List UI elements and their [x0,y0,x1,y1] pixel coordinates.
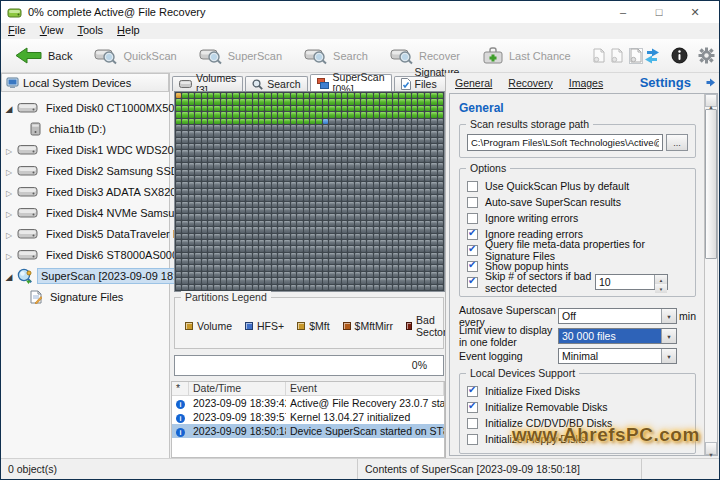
settings-nav-general[interactable]: General [455,77,492,89]
settings-nav-recovery[interactable]: Recovery [508,77,552,89]
scan-grid-cell [336,265,341,270]
info-icon[interactable] [671,47,688,64]
tree-collapsed-arrow-icon[interactable] [3,165,15,177]
tab-volumes[interactable]: Volumes [3] [172,76,243,91]
close-results-button[interactable] [629,48,643,64]
scrollbar-thumb[interactable] [705,109,717,259]
tree-collapsed-arrow-icon[interactable] [3,144,15,156]
scan-grid-cell [323,221,328,226]
tree-item[interactable]: Signature Files [1,286,169,307]
checkbox[interactable] [467,418,478,429]
checkbox[interactable] [467,386,478,397]
tree-item[interactable]: Fixed Disk0 CT1000MX500SSD1 [1,97,169,118]
close-button[interactable]: ✕ [677,6,713,19]
last-chance-button[interactable]: Last Chance [474,43,579,68]
tree-collapsed-arrow-icon[interactable] [3,228,15,240]
tree-collapsed-arrow-icon[interactable] [3,249,15,261]
checkbox[interactable] [467,229,478,240]
scroll-down-icon[interactable] [705,442,717,455]
menu-item-file[interactable]: File [1,23,33,39]
tree-item[interactable]: chia1tb (D:) [1,118,169,139]
search-button[interactable]: Search [296,43,376,68]
tab-search[interactable]: Search [245,76,307,91]
open-results-button[interactable] [593,48,607,64]
scan-grid-cell [240,99,245,104]
legend-label: HFS+ [257,320,284,332]
menu-item-tools[interactable]: Tools [70,23,110,39]
maximize-button[interactable]: □ [641,6,677,18]
spinner-up-icon[interactable] [655,275,667,284]
spinner [654,275,667,289]
dropdown[interactable]: Off [558,308,677,324]
log-row[interactable]: i2023-09-09 18:39:57Kernel 13.04.27 init… [172,410,444,424]
settings-nav-images[interactable]: Images [569,77,603,89]
scan-grid-cell [214,253,219,258]
scan-grid-cell [412,246,417,251]
scroll-up-icon[interactable] [705,94,717,107]
tree-item[interactable]: Fixed Disk6 ST8000AS0002-1NA17Z [1,244,169,265]
back-button[interactable]: Back [7,43,80,68]
tree-collapsed-arrow-icon[interactable] [3,186,15,198]
tree-item[interactable]: Fixed Disk2 Samsung SSD 860 EVO 1TB [1,160,169,181]
transfer-arrows-icon[interactable] [643,48,661,64]
tree-item[interactable]: Fixed Disk4 NVMe Samsung SSD 970 [1,202,169,223]
scan-grid-cell [278,112,283,117]
scan-grid-cell [348,182,353,187]
log-column-header[interactable]: Date/Time [189,382,286,395]
dropdown[interactable]: Minimal [558,348,677,364]
scan-grid-cell [329,202,334,207]
tree-item[interactable]: Fixed Disk3 ADATA SX8200PNP [1,181,169,202]
scan-path-browse-button[interactable]: ... [666,134,688,151]
tree-item[interactable]: SuperScan [2023-09-09 18:50:18] [1,265,169,286]
scan-grid-cell [348,227,353,232]
checkbox[interactable] [467,181,478,192]
scan-grid-cell [387,157,392,162]
minimize-button[interactable]: – [605,6,641,18]
log-row[interactable]: i2023-09-09 18:50:18Device SuperScan sta… [172,424,444,438]
scan-grid-cell [221,150,226,155]
collapse-panel-arrow-icon[interactable] [705,77,717,88]
superscan-button[interactable]: SuperScan [191,43,290,68]
dropdown-arrow-icon[interactable] [661,309,676,323]
tree-collapsed-arrow-icon[interactable] [3,207,15,219]
checkbox[interactable] [467,402,478,413]
tree-item[interactable]: Fixed Disk1 WDC WDS200T2B0B-00YS70 [1,139,169,160]
dropdown-arrow-icon[interactable] [661,329,676,343]
checkbox[interactable] [467,261,478,272]
log-column-header[interactable]: Event [286,382,444,395]
scan-path-input[interactable] [467,134,663,151]
tab-superscan[interactable]: SuperScan [0%] [310,74,392,91]
tree-item[interactable]: Fixed Disk5 DataTraveler Max [1,223,169,244]
spinner-down-icon[interactable] [655,284,667,293]
sector-skip-input[interactable]: 10 [595,274,668,290]
dropdown-arrow-icon[interactable] [661,349,676,363]
tree-expanded-arrow-icon[interactable] [3,270,15,282]
scan-grid-cell [431,208,436,213]
scan-grid-cell [272,138,277,143]
checkbox[interactable] [467,245,478,256]
scrollbar-track[interactable] [705,107,717,442]
log-row[interactable]: i2023-09-09 18:39:42Active@ File Recover… [172,396,444,410]
scan-grid-cell [406,93,411,98]
log-column-header[interactable]: * [172,382,189,395]
checkbox[interactable] [467,213,478,224]
checkbox[interactable] [467,277,478,288]
menu-item-help[interactable]: Help [110,23,147,39]
scan-grid-cell [259,240,264,245]
checkbox[interactable] [467,434,478,445]
recover-button[interactable]: Recover [382,43,468,68]
dropdown[interactable]: 30 000 files [558,328,677,344]
quickscan-button[interactable]: QuickScan [86,43,184,68]
scan-grid-cell [431,144,436,149]
scan-grid-cell [387,221,392,226]
scan-grid-cell [367,234,372,239]
checkbox[interactable] [467,197,478,208]
tree-expanded-arrow-icon[interactable] [3,102,15,114]
scan-grid-cell [374,93,379,98]
scan-grid-cell [425,214,430,219]
settings-scrollbar[interactable] [704,94,717,455]
menu-item-view[interactable]: View [33,23,71,39]
scan-grid-cell [329,182,334,187]
gear-icon[interactable] [698,47,715,64]
save-results-button[interactable] [611,48,625,64]
